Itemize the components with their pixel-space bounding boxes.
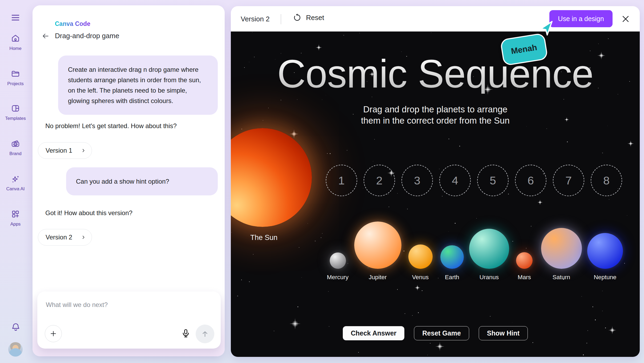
star-dot <box>249 281 250 282</box>
star-dot <box>564 99 564 100</box>
star-dot <box>476 218 477 219</box>
add-attachment-button[interactable] <box>45 325 62 342</box>
star-dot <box>330 153 330 154</box>
star-dot <box>347 150 347 151</box>
star-sparkle <box>627 140 634 147</box>
chat-input[interactable] <box>46 299 206 311</box>
user-avatar[interactable] <box>8 342 23 357</box>
star-dot <box>418 312 419 313</box>
reset-game-button[interactable]: Reset Game <box>414 326 469 340</box>
planet-mercury[interactable] <box>330 252 346 269</box>
use-in-design-button[interactable]: Use in a design <box>549 10 613 27</box>
star-dot <box>490 316 490 317</box>
home-icon <box>11 34 20 44</box>
star-dot <box>567 141 568 142</box>
microphone-icon[interactable] <box>181 328 191 340</box>
reset-icon <box>293 13 302 22</box>
sidebar-item-projects[interactable]: Projects <box>0 69 31 86</box>
sidebar-item-label: Apps <box>10 222 21 227</box>
check-answer-button[interactable]: Check Answer <box>343 326 404 340</box>
sidebar-item-home[interactable]: Home <box>0 34 31 51</box>
svg-text:co: co <box>14 143 17 146</box>
star-dot <box>412 315 413 316</box>
star-dot <box>397 289 398 290</box>
game-button-row: Check Answer Reset Game Show Hint <box>231 326 640 340</box>
star-dot <box>608 38 609 39</box>
version-2-chip[interactable]: Version 2 <box>38 229 92 246</box>
star-dot <box>602 153 603 153</box>
notifications-bell-icon[interactable] <box>11 322 21 332</box>
star-dot <box>598 44 599 44</box>
star-dot <box>590 50 590 51</box>
user-message: Can you add a show hint option? <box>66 167 218 195</box>
planet-earth[interactable] <box>440 245 464 269</box>
drop-slot-6[interactable]: 6 <box>515 165 546 196</box>
user-message: Create an interactive drag n drop game w… <box>58 56 218 115</box>
planet-saturn[interactable] <box>541 228 582 269</box>
star-dot <box>281 100 281 100</box>
star-dot <box>602 311 603 311</box>
star-dot <box>327 153 328 154</box>
menu-icon[interactable] <box>11 13 20 22</box>
game-subtitle: Drag and drop the planets to arrange the… <box>231 104 640 126</box>
brand-kit-icon: co <box>11 139 20 149</box>
drop-slot-7[interactable]: 7 <box>553 165 584 196</box>
star-dot <box>328 291 328 291</box>
star-dot <box>512 322 512 322</box>
star-dot <box>374 139 375 140</box>
star-dot <box>627 215 627 216</box>
preview-version-label: Version 2 <box>241 15 269 23</box>
version-1-chip[interactable]: Version 1 <box>38 142 92 159</box>
show-hint-button[interactable]: Show Hint <box>479 326 528 340</box>
close-icon[interactable] <box>621 14 630 23</box>
star-dot <box>253 254 253 255</box>
star-dot <box>373 161 373 161</box>
folder-icon <box>11 69 20 80</box>
star-dot <box>299 247 299 248</box>
planet-neptune[interactable] <box>587 233 623 269</box>
star-dot <box>297 306 298 307</box>
reset-label: Reset <box>306 14 324 22</box>
star-dot <box>321 237 321 238</box>
star-dot <box>546 128 547 129</box>
chevron-right-icon <box>81 235 86 240</box>
planet-venus[interactable] <box>408 244 433 269</box>
drop-slot-8[interactable]: 8 <box>591 165 622 196</box>
star-dot <box>422 290 422 291</box>
assistant-message: No problem! Let's get started. How about… <box>45 122 177 130</box>
sidebar-item-brand[interactable]: co Brand <box>0 139 31 156</box>
star-dot <box>455 223 456 224</box>
planet-uranus[interactable] <box>469 229 509 269</box>
planet-label-neptune: Neptune <box>581 274 629 281</box>
drop-slot-2[interactable]: 2 <box>364 165 395 196</box>
star-dot <box>322 233 322 234</box>
star-dot <box>431 33 431 33</box>
star-dot <box>618 94 618 94</box>
drop-slot-5[interactable]: 5 <box>477 165 509 196</box>
star-dot <box>404 251 404 251</box>
planet-jupiter[interactable] <box>354 222 401 269</box>
star-dot <box>359 33 360 33</box>
reset-preview-button[interactable]: Reset <box>293 13 324 22</box>
star-dot <box>348 263 348 264</box>
version-chip-label: Version 1 <box>46 147 72 154</box>
drop-slot-1[interactable]: 1 <box>326 165 357 196</box>
star-dot <box>430 343 430 344</box>
star-dot <box>448 231 449 232</box>
app-title: Canva Code <box>55 20 90 27</box>
star-dot <box>581 296 582 297</box>
drop-slot-4[interactable]: 4 <box>439 165 471 196</box>
thread-title: Drag-and-drop game <box>55 32 119 40</box>
chat-panel: Canva Code Drag-and-drop game Create an … <box>33 5 225 356</box>
drop-slot-3[interactable]: 3 <box>401 165 433 196</box>
sidebar-item-apps[interactable]: Apps <box>0 209 31 227</box>
sidebar-item-canva-ai[interactable]: Canva AI <box>0 174 31 192</box>
star-dot <box>301 277 302 278</box>
back-arrow-icon[interactable] <box>42 32 50 40</box>
preview-toolbar: Version 2 Reset Use in a design <box>231 6 640 31</box>
planet-label-saturn: Saturn <box>537 274 585 281</box>
planet-mars[interactable] <box>516 252 533 269</box>
sidebar-item-label: Canva AI <box>6 186 25 192</box>
sidebar-item-templates[interactable]: Templates <box>0 104 31 121</box>
send-button[interactable] <box>196 325 214 343</box>
